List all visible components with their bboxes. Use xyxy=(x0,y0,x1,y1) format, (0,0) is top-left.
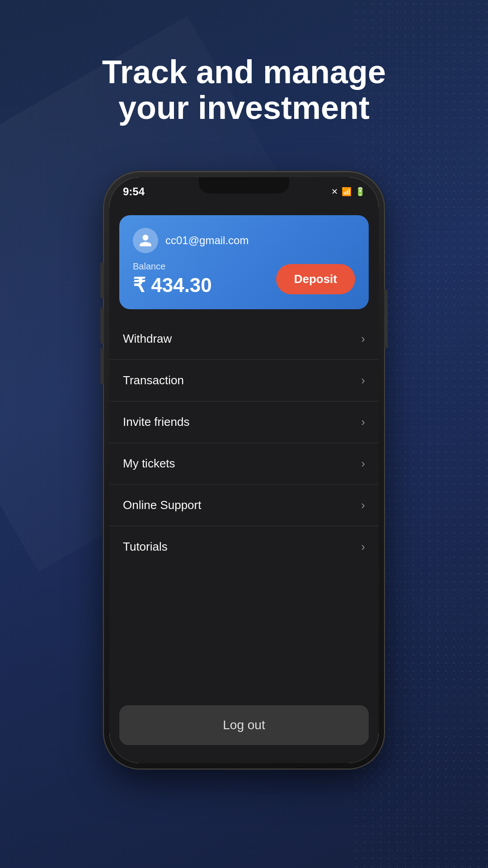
menu-item-tutorials-label: Tutorials xyxy=(123,540,168,554)
deposit-button[interactable]: Deposit xyxy=(276,264,355,294)
phone-notch xyxy=(199,177,289,193)
balance-amount: ₹ 434.30 xyxy=(133,274,212,297)
menu-item-transaction-label: Transaction xyxy=(123,373,184,387)
header-title-line2: your investment xyxy=(118,90,370,126)
menu-item-my-tickets-label: My tickets xyxy=(123,457,175,471)
menu-item-tutorials[interactable]: Tutorials › xyxy=(109,526,379,567)
balance-label: Balance xyxy=(133,261,212,272)
user-icon xyxy=(138,233,153,248)
user-email: cc01@gmail.com xyxy=(165,234,249,247)
logout-button[interactable]: Log out xyxy=(119,705,369,745)
chevron-right-icon: › xyxy=(361,540,365,554)
menu-item-online-support[interactable]: Online Support › xyxy=(109,485,379,526)
card-user-row: cc01@gmail.com xyxy=(133,228,355,253)
chevron-right-icon: › xyxy=(361,415,365,429)
screen-content: cc01@gmail.com Balance ₹ 434.30 Deposit … xyxy=(109,203,379,763)
phone-screen: 9:54 ✕ 📶 🔋 cc xyxy=(109,177,379,763)
chevron-right-icon: › xyxy=(361,332,365,346)
signal-icon: ✕ xyxy=(331,187,338,197)
chevron-right-icon: › xyxy=(361,373,365,387)
chevron-right-icon: › xyxy=(361,457,365,471)
wifi-icon: 📶 xyxy=(342,187,352,197)
status-icons: ✕ 📶 🔋 xyxy=(331,183,365,197)
chevron-right-icon: › xyxy=(361,498,365,512)
avatar xyxy=(133,228,158,253)
menu-item-my-tickets[interactable]: My tickets › xyxy=(109,443,379,485)
balance-section: Balance ₹ 434.30 xyxy=(133,261,212,297)
balance-card: cc01@gmail.com Balance ₹ 434.30 Deposit xyxy=(119,215,369,309)
header-section: Track and manage your investment xyxy=(0,54,488,126)
menu-item-invite-friends-label: Invite friends xyxy=(123,415,189,429)
menu-item-withdraw[interactable]: Withdraw › xyxy=(109,318,379,360)
menu-item-online-support-label: Online Support xyxy=(123,498,201,512)
logout-label: Log out xyxy=(223,718,265,732)
menu-item-withdraw-label: Withdraw xyxy=(123,332,172,346)
header-title-line1: Track and manage xyxy=(102,54,386,90)
menu-list: Withdraw › Transaction › Invite friends … xyxy=(109,318,379,567)
menu-item-transaction[interactable]: Transaction › xyxy=(109,360,379,401)
battery-icon: 🔋 xyxy=(355,187,365,197)
card-balance-row: Balance ₹ 434.30 Deposit xyxy=(133,261,355,297)
phone-outer-frame: 9:54 ✕ 📶 🔋 cc xyxy=(104,172,384,769)
menu-item-invite-friends[interactable]: Invite friends › xyxy=(109,401,379,443)
phone-mockup: 9:54 ✕ 📶 🔋 cc xyxy=(104,172,384,769)
status-time: 9:54 xyxy=(123,182,145,198)
